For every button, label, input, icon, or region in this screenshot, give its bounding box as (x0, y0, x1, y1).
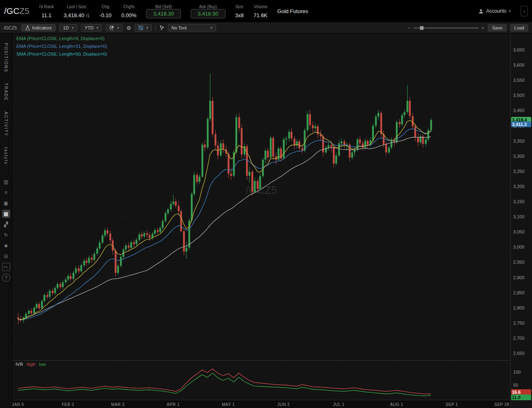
trading-app: /GCZ5 IV Rank 11.1 Last / Size 3,418.40 … (0, 0, 532, 408)
last-size-label: Last / Size (67, 4, 86, 9)
accounts-menu[interactable]: Accounts ▾ (478, 8, 511, 14)
indicators-label: Indicators (32, 25, 52, 30)
iv-rank-field: IV Rank 11.1 (39, 4, 54, 18)
date-tick-label: MAR 3 (111, 402, 125, 407)
left-sidebar: POSITIONS TRADE ACTIVITY tastyfx ▥≡▣▦▞↻☻… (0, 34, 12, 408)
chevron-down-icon: ▾ (72, 26, 74, 30)
date-tick-label: JUN 2 (277, 402, 290, 407)
price-axis[interactable]: 3,6503,6003,5503,5003,4503,4003,3503,300… (510, 34, 532, 408)
price-tick-label: 3,000 (513, 244, 525, 249)
price-chart-canvas[interactable] (12, 34, 510, 400)
chg-pct-label: Chg% (123, 4, 134, 9)
timeframe-dropdown[interactable]: 1D ▾ (59, 24, 77, 31)
date-tick-label: JAN 6 (12, 402, 24, 407)
date-axis: JAN 6FEB 3MAR 3APR 1MAY 1JUN 2JUL 1AUG 1… (12, 400, 510, 408)
help-icon[interactable]: ? (2, 273, 10, 282)
price-tick-label: 2,800 (513, 305, 525, 310)
bid-label: Bid (Sell) (155, 4, 172, 9)
f1-key-icon[interactable]: F1 (2, 263, 10, 271)
price-tick-label: 3,250 (513, 169, 525, 174)
chart-icon[interactable]: ▦ (2, 210, 10, 218)
follow-icon[interactable]: ☻ (2, 242, 10, 250)
symbol-suffix: Z5 (19, 6, 29, 16)
current-price-tag: 3,411.3 (511, 121, 531, 127)
save-button[interactable]: Save (488, 24, 506, 31)
sidebar-tab-positions[interactable]: POSITIONS (4, 38, 8, 78)
size-value: 3x8 (235, 12, 244, 18)
layout-grid-dropdown[interactable]: ▾ (135, 24, 152, 31)
price-tick-label: 3,300 (513, 154, 525, 159)
price-tick-label: 3,600 (513, 63, 525, 67)
replay-icon[interactable]: ↻ (2, 231, 10, 239)
drawing-tool-dropdown[interactable]: No Tool ▾ (168, 24, 216, 31)
bid-button[interactable]: 3,418.30 (146, 9, 181, 18)
iv-rank-label: IV Rank (39, 4, 54, 9)
chg-pct-value: 0.00% (122, 12, 137, 18)
range-dropdown[interactable]: YTD ▾ (81, 24, 102, 31)
chart-settings-button[interactable]: ⚙ (126, 25, 131, 31)
date-tick-label: SEP 28 (494, 402, 509, 407)
cursor-tool-button[interactable] (160, 25, 164, 30)
markets-icon[interactable]: ▥ (2, 178, 10, 186)
price-tick-label: 2,950 (513, 260, 525, 265)
ivr-tick-label: 50 (513, 383, 518, 388)
price-tick-label: 2,900 (513, 275, 525, 280)
indicators-button[interactable]: Indicators (21, 24, 56, 31)
layout-grid-icon (138, 25, 143, 30)
price-tick-label: 3,550 (513, 78, 525, 83)
journal-icon[interactable]: ⊟ (2, 252, 10, 260)
symbol-root: /GC (4, 6, 19, 16)
price-tick-label: 3,150 (513, 199, 525, 204)
sidebar-tab-tastyfx[interactable]: tastyfx (4, 142, 8, 170)
last-price-value: 3,418.40 /1 (63, 12, 89, 18)
sidebar-tab-trade[interactable]: TRADE (4, 78, 8, 106)
ask-field: Ask (Buy) 3,418.50 (191, 4, 225, 18)
sidebar-icon-stack: ▥≡▣▦▞↻☻⊟F1? (2, 177, 10, 283)
date-tick-label: MAY 1 (222, 402, 235, 407)
cursor-icon (160, 25, 164, 30)
candlestick-icon (109, 25, 114, 30)
size-label: Size (235, 4, 243, 9)
product-icon[interactable]: ▣ (2, 199, 10, 207)
watchlist-icon[interactable]: ≡ (2, 188, 10, 197)
chevron-down-icon: ▾ (509, 9, 511, 13)
collapse-panel-button[interactable]: ‹ (521, 6, 528, 16)
zoom-out-button[interactable]: − (408, 25, 410, 30)
chg-label: Chg (102, 4, 109, 9)
chevron-down-icon: ▾ (117, 26, 119, 30)
bid-field: Bid (Sell) 3,418.30 (146, 4, 181, 18)
ivr-current-tag: 16.6 (511, 389, 531, 395)
volume-value: 71.6K (254, 12, 268, 18)
price-tick-label: 3,100 (513, 214, 525, 219)
quote-bar: /GCZ5 IV Rank 11.1 Last / Size 3,418.40 … (0, 0, 532, 22)
zoom-slider-handle[interactable] (420, 26, 424, 30)
chart-panel: EMA (Price=CLOSE, Length=9, Displace=0) … (12, 34, 510, 408)
chg-value: -0.10 (99, 12, 112, 18)
chart-type-dropdown[interactable]: ▾ (106, 24, 123, 31)
ivr-current-tag: 11.0 (511, 395, 531, 400)
ivr-tick-label: 100 (513, 370, 521, 374)
price-tick-label: 2,650 (513, 351, 525, 356)
zoom-in-button[interactable]: + (482, 25, 484, 30)
grid-icon[interactable]: ▞ (2, 220, 10, 229)
price-tick-label: 3,650 (513, 47, 525, 52)
price-tick-label: 3,050 (513, 229, 525, 234)
price-tick-label: 3,200 (513, 184, 525, 189)
price-tick-label: 3,350 (513, 139, 525, 143)
accounts-label: Accounts (486, 8, 506, 14)
sidebar-tab-activity[interactable]: ACTIVITY (4, 106, 8, 142)
person-icon (478, 9, 484, 14)
volume-label: Volume (254, 4, 267, 9)
symbol-title: /GCZ5 (4, 6, 29, 16)
load-button[interactable]: Load (510, 24, 528, 31)
ask-button[interactable]: 3,418.50 (191, 9, 225, 18)
zoom-slider[interactable] (413, 27, 479, 29)
zoom-control: − + (408, 25, 485, 30)
ask-label: Ask (Buy) (199, 4, 217, 9)
toolbar-symbol: /GCZ5 (4, 25, 17, 30)
date-tick-label: FEB 3 (62, 402, 74, 407)
chg-field: Chg -0.10 (99, 4, 112, 18)
last-size-value: /1 (86, 13, 90, 18)
price-tick-label: 2,750 (513, 321, 525, 325)
chart-toolbar: /GCZ5 Indicators 1D ▾ YTD ▾ ▾ ⚙ ▾ No Too… (0, 22, 532, 34)
